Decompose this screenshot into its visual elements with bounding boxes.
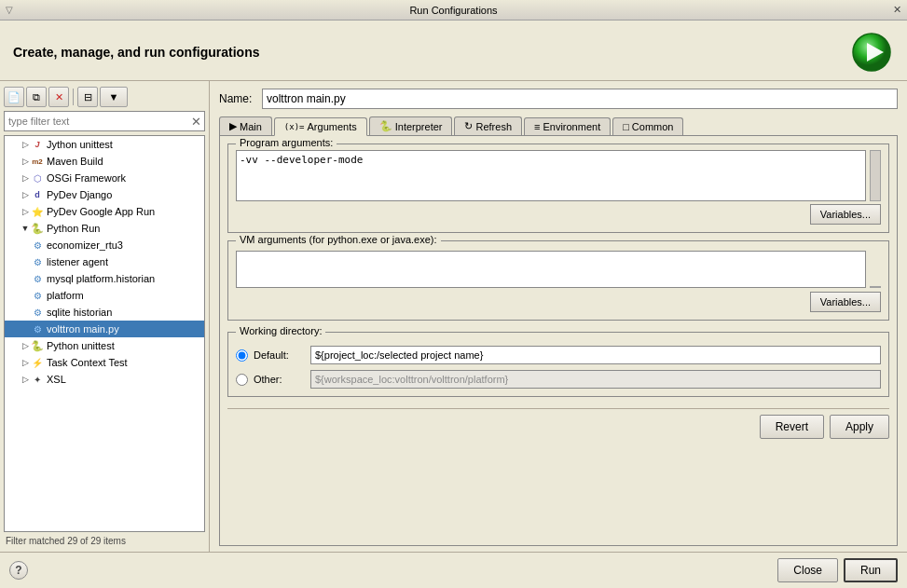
common-tab-icon: □ (623, 121, 629, 132)
tree-item-task-context[interactable]: ▷ ⚡ Task Context Test (5, 354, 204, 371)
vm-args-section: VM arguments (for python.exe or java.exe… (227, 240, 889, 321)
tree-item-jython[interactable]: ▷ J Jython unittest (5, 136, 204, 153)
tree-container[interactable]: ▷ J Jython unittest ▷ m2 Maven Build ▷ ⬡… (4, 135, 205, 532)
filter-input[interactable] (5, 114, 187, 129)
other-radio-row: Other: (236, 370, 881, 389)
sqlite-icon: ⚙ (31, 306, 44, 319)
default-radio-label: Default: (254, 349, 305, 361)
tree-item-python-unittest[interactable]: ▷ 🐍 Python unittest (5, 337, 204, 354)
expand-icon: ▷ (20, 189, 31, 200)
maven-label: Maven Build (47, 156, 103, 167)
python-unittest-label: Python unittest (47, 340, 115, 351)
name-label: Name: (219, 92, 256, 105)
jython-icon: J (31, 138, 44, 151)
prog-args-top: -vv --developer-mode (236, 150, 881, 201)
tree-item-osgi[interactable]: ▷ ⬡ OSGi Framework (5, 170, 204, 186)
python-unittest-icon: 🐍 (31, 339, 44, 352)
default-dir-input[interactable] (310, 346, 881, 364)
filter-button[interactable]: ▼ (100, 87, 128, 107)
tab-refresh[interactable]: ↻ Refresh (454, 116, 522, 135)
help-button[interactable]: ? (9, 561, 28, 580)
program-args-textarea[interactable]: -vv --developer-mode (236, 150, 866, 201)
filter-clear-icon[interactable]: ✕ (187, 113, 204, 130)
interpreter-tab-label: Interpreter (395, 121, 443, 132)
tab-interpreter[interactable]: 🐍 Interpreter (369, 116, 453, 135)
collapse-button[interactable]: ⊟ (77, 87, 98, 107)
environment-tab-icon: ≡ (534, 121, 540, 132)
program-args-legend: Program arguments: (236, 137, 337, 148)
dialog-title: Create, manage, and run configurations (13, 45, 260, 60)
platform-icon: ⚙ (31, 289, 44, 302)
delete-button[interactable]: ✕ (48, 87, 69, 107)
other-radio[interactable] (236, 374, 248, 386)
tree-item-economizer[interactable]: ⚙ economizer_rtu3 (5, 237, 204, 253)
footer-right: Close Run (777, 558, 898, 582)
platform-label: platform (47, 290, 84, 301)
expand-icon: ▷ (20, 139, 31, 150)
xsl-icon: ✦ (31, 373, 44, 386)
default-radio[interactable] (236, 349, 248, 362)
tab-common[interactable]: □ Common (612, 117, 683, 135)
listener-icon: ⚙ (31, 255, 44, 268)
tree-item-volttron[interactable]: ⚙ volttron main.py (5, 321, 204, 337)
tab-content-arguments: Program arguments: -vv --developer-mode … (219, 136, 898, 546)
bottom-buttons: Revert Apply (227, 408, 889, 439)
working-dir-rows: Default: Other: (236, 346, 881, 389)
xsl-label: XSL (47, 374, 66, 385)
prog-args-scrollbar (870, 150, 881, 201)
economizer-icon: ⚙ (31, 239, 44, 252)
tree-item-maven[interactable]: ▷ m2 Maven Build (5, 153, 204, 170)
vm-vars-row: Variables... (236, 292, 881, 312)
tree-item-sqlite[interactable]: ⚙ sqlite historian (5, 304, 204, 321)
play-icon (852, 33, 891, 72)
tree-item-platform[interactable]: ⚙ platform (5, 287, 204, 304)
osgi-label: OSGi Framework (47, 172, 126, 184)
separator (73, 89, 74, 105)
tree-item-mysql[interactable]: ⚙ mysql platform.historian (5, 270, 204, 287)
program-args-variables-button[interactable]: Variables... (810, 204, 881, 225)
right-panel: Name: ▶ Main (x)= Arguments 🐍 Interprete… (210, 81, 907, 552)
economizer-label: economizer_rtu3 (47, 239, 123, 251)
close-button[interactable]: Close (777, 558, 838, 582)
other-dir-input[interactable] (310, 370, 881, 389)
vm-scrollbar (870, 286, 881, 288)
tree-item-python-run[interactable]: ▼ 🐍 Python Run (5, 220, 204, 237)
python-run-icon: 🐍 (31, 222, 44, 235)
other-radio-label: Other: (254, 374, 305, 385)
name-input[interactable] (262, 89, 898, 109)
apply-button[interactable]: Apply (830, 415, 889, 439)
main-tab-label: Main (240, 121, 262, 132)
vm-args-legend: VM arguments (for python.exe or java.exe… (236, 234, 441, 245)
prog-args-vars-row: Variables... (236, 204, 881, 225)
tree-item-pydev-django[interactable]: ▷ d PyDev Django (5, 186, 204, 203)
expand-icon: ▷ (20, 357, 31, 368)
expand-icon: ▷ (20, 374, 31, 385)
mysql-label: mysql platform.historian (47, 273, 155, 284)
expand-icon: ▷ (20, 340, 31, 351)
tab-main[interactable]: ▶ Main (219, 116, 272, 135)
vm-args-textarea[interactable] (236, 251, 866, 288)
revert-button[interactable]: Revert (760, 415, 824, 439)
vm-args-variables-button[interactable]: Variables... (810, 292, 881, 312)
program-args-content: -vv --developer-mode Variables... (236, 150, 881, 225)
default-radio-row: Default: (236, 346, 881, 364)
filter-row: ✕ (4, 111, 205, 131)
duplicate-button[interactable]: ⧉ (26, 87, 47, 107)
tree-item-listener[interactable]: ⚙ listener agent (5, 253, 204, 270)
new-config-button[interactable]: 📄 (4, 87, 24, 107)
pydev-google-label: PyDev Google App Run (47, 206, 155, 217)
run-button[interactable]: Run (844, 558, 898, 582)
interpreter-tab-icon: 🐍 (379, 120, 392, 132)
tree-item-xsl[interactable]: ▷ ✦ XSL (5, 371, 204, 388)
tab-environment[interactable]: ≡ Environment (524, 117, 611, 135)
volttron-icon: ⚙ (31, 322, 44, 335)
close-icon[interactable]: ✕ (893, 4, 901, 16)
tree-item-pydev-google[interactable]: ▷ ⭐ PyDev Google App Run (5, 203, 204, 220)
pydev-google-icon: ⭐ (31, 205, 44, 218)
expand-icon: ▷ (20, 206, 31, 217)
tab-arguments[interactable]: (x)= Arguments (274, 117, 367, 136)
arguments-tab-icon: (x)= (284, 122, 305, 131)
run-icon (849, 30, 894, 75)
expand-icon: ▷ (20, 156, 31, 167)
filter-status: Filter matched 29 of 29 items (4, 534, 205, 548)
